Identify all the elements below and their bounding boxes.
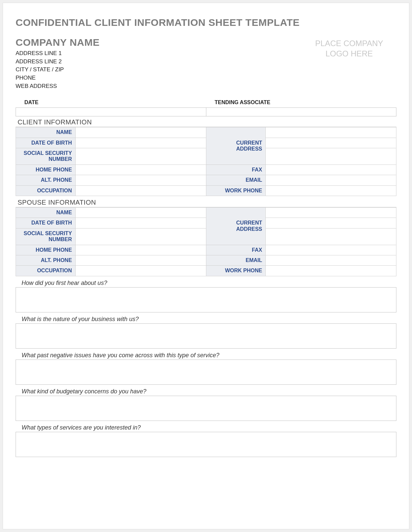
question-3-text: What past negative issues have you come … (16, 352, 396, 359)
spouse-homephone-label: HOME PHONE (16, 245, 76, 255)
client-homephone-label: HOME PHONE (16, 165, 76, 175)
client-homephone-input[interactable] (75, 165, 206, 175)
client-dob-input[interactable] (75, 138, 206, 148)
spouse-occupation-label: OCCUPATION (16, 266, 76, 276)
question-1-input[interactable] (16, 287, 396, 312)
date-label: DATE (16, 98, 206, 108)
company-address2: ADDRESS LINE 2 (16, 58, 100, 66)
spouse-address-input-2[interactable] (266, 218, 396, 228)
spouse-info-grid: NAME CURRENT ADDRESS DATE OF BIRTH SOCIA… (16, 207, 396, 276)
company-phone: PHONE (16, 74, 100, 82)
spouse-name-label: NAME (16, 207, 76, 218)
company-address1: ADDRESS LINE 1 (16, 49, 100, 58)
spouse-address-label: CURRENT ADDRESS (206, 207, 266, 245)
client-name-label: NAME (16, 127, 76, 138)
company-name: COMPANY NAME (16, 37, 100, 48)
date-input[interactable] (16, 108, 206, 116)
spouse-email-input[interactable] (266, 255, 396, 265)
client-section-title: CLIENT INFORMATION (16, 118, 396, 127)
client-dob-label: DATE OF BIRTH (16, 138, 76, 148)
associate-label: TENDING ASSOCIATE (206, 98, 396, 108)
spouse-name-input[interactable] (75, 207, 206, 218)
question-3-block: What past negative issues have you come … (16, 352, 396, 385)
spouse-workphone-label: WORK PHONE (206, 266, 266, 276)
document-page: CONFIDENTIAL CLIENT INFORMATION SHEET TE… (3, 3, 409, 529)
client-altphone-label: ALT. PHONE (16, 175, 76, 185)
company-web: WEB ADDRESS (16, 82, 100, 91)
spouse-fax-label: FAX (206, 245, 266, 255)
spouse-address-input-3[interactable] (266, 228, 396, 245)
client-workphone-input[interactable] (266, 185, 396, 196)
logo-placeholder: PLACE COMPANY LOGO HERE (315, 37, 396, 59)
client-email-label: EMAIL (206, 175, 266, 185)
spouse-altphone-input[interactable] (75, 255, 206, 265)
date-associate-table: DATE TENDING ASSOCIATE (16, 98, 396, 116)
question-5-input[interactable] (16, 432, 396, 457)
client-altphone-input[interactable] (75, 175, 206, 185)
client-address-input-3[interactable] (266, 148, 396, 165)
client-fax-label: FAX (206, 165, 266, 175)
associate-input[interactable] (206, 108, 396, 116)
company-city-state-zip: CITY / STATE / ZIP (16, 66, 100, 74)
spouse-workphone-input[interactable] (266, 266, 396, 276)
question-4-input[interactable] (16, 396, 396, 421)
client-email-input[interactable] (266, 175, 396, 185)
company-block: COMPANY NAME ADDRESS LINE 1 ADDRESS LINE… (16, 37, 100, 90)
client-fax-input[interactable] (266, 165, 396, 175)
question-4-text: What kind of budgetary concerns do you h… (16, 388, 396, 395)
client-address-input-2[interactable] (266, 138, 396, 148)
question-2-input[interactable] (16, 323, 396, 349)
spouse-dob-label: DATE OF BIRTH (16, 218, 76, 228)
client-name-input[interactable] (75, 127, 206, 138)
spouse-address-input-1[interactable] (266, 207, 396, 218)
document-title: CONFIDENTIAL CLIENT INFORMATION SHEET TE… (16, 17, 396, 28)
client-workphone-label: WORK PHONE (206, 185, 266, 196)
question-1-block: How did you first hear about us? (16, 280, 396, 312)
client-ssn-input[interactable] (75, 148, 206, 165)
spouse-altphone-label: ALT. PHONE (16, 255, 76, 265)
spouse-email-label: EMAIL (206, 255, 266, 265)
client-address-input-1[interactable] (266, 127, 396, 138)
spouse-dob-input[interactable] (75, 218, 206, 228)
question-2-text: What is the nature of your business with… (16, 316, 396, 323)
spouse-fax-input[interactable] (266, 245, 396, 255)
spouse-ssn-label: SOCIAL SECURITY NUMBER (16, 228, 76, 245)
logo-placeholder-line2: LOGO HERE (315, 48, 383, 59)
spouse-section-title: SPOUSE INFORMATION (16, 199, 396, 207)
question-4-block: What kind of budgetary concerns do you h… (16, 388, 396, 421)
question-1-text: How did you first hear about us? (16, 280, 396, 287)
spouse-ssn-input[interactable] (75, 228, 206, 245)
logo-placeholder-line1: PLACE COMPANY (315, 38, 383, 48)
client-occupation-label: OCCUPATION (16, 185, 76, 196)
question-2-block: What is the nature of your business with… (16, 316, 396, 349)
question-3-input[interactable] (16, 360, 396, 385)
question-5-text: What types of services are you intereste… (16, 424, 396, 431)
spouse-occupation-input[interactable] (75, 266, 206, 276)
client-ssn-label: SOCIAL SECURITY NUMBER (16, 148, 76, 165)
client-address-label: CURRENT ADDRESS (206, 127, 266, 165)
question-5-block: What types of services are you intereste… (16, 424, 396, 457)
spouse-homephone-input[interactable] (75, 245, 206, 255)
client-occupation-input[interactable] (75, 185, 206, 196)
header-row: COMPANY NAME ADDRESS LINE 1 ADDRESS LINE… (16, 37, 396, 90)
client-info-grid: NAME CURRENT ADDRESS DATE OF BIRTH SOCIA… (16, 127, 396, 196)
